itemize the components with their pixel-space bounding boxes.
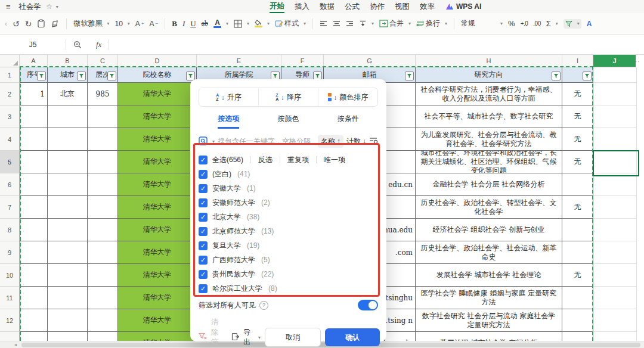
cell-H2[interactable]: 社会科学研究方法，消费者行为，幸福感、收入分配以及流动人口等方面	[416, 83, 562, 105]
cell-B12[interactable]	[48, 309, 88, 332]
filter-dropdown-button-I[interactable]	[583, 72, 592, 80]
autosum-button[interactable]: Σ▾	[546, 19, 558, 28]
column-header-C[interactable]: C	[88, 55, 118, 67]
cell-I9[interactable]	[562, 241, 593, 264]
row-header-3[interactable]: 3	[0, 105, 20, 128]
cell-D2[interactable]: 清华大学	[118, 83, 197, 105]
option-label[interactable]: 北京大学	[212, 212, 241, 222]
cell-I10[interactable]: 无	[562, 264, 593, 287]
font-size-select[interactable]: 10▾	[114, 20, 129, 28]
align-right-icon[interactable]	[346, 20, 354, 27]
fx-icon[interactable]: fx	[96, 40, 101, 49]
select-all-label[interactable]: 全选(656)	[212, 155, 243, 165]
cell-C5[interactable]	[88, 151, 118, 173]
cell-A2[interactable]: 1	[20, 83, 48, 105]
select-all-checkbox-checked[interactable]: ✓	[199, 156, 208, 164]
cell-D4[interactable]: 清华大学	[118, 128, 197, 151]
header-cell-B[interactable]: 城市	[48, 67, 88, 83]
cell-A10[interactable]	[20, 264, 48, 287]
uniques-link[interactable]: 唯一项	[324, 155, 345, 165]
cell-H5[interactable]: 城市社会学、环境社会学和政治社会学，长期关注城镇化、社区治理、环保组织、气候变化…	[416, 151, 562, 173]
option-checkbox-checked[interactable]: ✓	[199, 256, 208, 265]
cell-C11[interactable]	[88, 287, 118, 309]
cell-H9[interactable]: 历史社会学、政治社会学、社会运动、新革命史	[416, 241, 562, 264]
cell-I3[interactable]: 无	[562, 105, 593, 128]
header-cell-H[interactable]: 研究方向	[416, 67, 562, 83]
tab-home[interactable]: 开始	[270, 0, 284, 13]
title-chevron-down-icon[interactable]: ▾	[56, 4, 58, 10]
scroll-left-arrow-icon[interactable]: ◂	[14, 342, 17, 347]
option-label[interactable]: 复旦大学	[212, 241, 241, 251]
align-center-icon[interactable]	[333, 20, 340, 27]
filter-dropdown-button-G[interactable]	[405, 72, 414, 80]
cell-B8[interactable]	[48, 219, 88, 241]
option-checkbox-checked[interactable]: ✓	[199, 184, 208, 193]
row-header-9[interactable]: 9	[0, 241, 20, 264]
filter-dropdown-button-C[interactable]	[107, 72, 116, 80]
cell-C10[interactable]	[88, 264, 118, 287]
row-header-8[interactable]: 8	[0, 219, 20, 241]
redo-icon[interactable]: ↻	[25, 19, 32, 29]
option-label[interactable]: 北京师范大学	[212, 226, 255, 237]
tab-view[interactable]: 视图	[395, 0, 410, 13]
cell-C4[interactable]	[88, 128, 118, 151]
wrap-text-button[interactable]: 换行▾	[416, 18, 447, 29]
column-header-H[interactable]: H	[416, 55, 562, 67]
cell-B10[interactable]	[48, 264, 88, 287]
tab-wps-ai[interactable]: WPS AI	[445, 0, 481, 13]
row-header-5[interactable]: 5	[0, 151, 20, 173]
cell-I8[interactable]	[562, 219, 593, 241]
export-button[interactable]: 导出	[243, 327, 250, 347]
column-header-B[interactable]: B	[48, 55, 88, 67]
cell-I12[interactable]	[562, 309, 593, 332]
underline-button[interactable]: U	[190, 19, 196, 29]
cell-A9[interactable]	[20, 241, 48, 264]
column-header-D[interactable]: D	[118, 55, 197, 67]
cell-I5[interactable]: 无	[562, 151, 593, 173]
cell-I7[interactable]: 无	[562, 196, 593, 219]
cell-C2[interactable]: 985	[88, 83, 118, 105]
column-header-A[interactable]: A	[20, 55, 48, 67]
option-checkbox-checked[interactable]: ✓	[199, 227, 208, 236]
back-icon[interactable]: ‹	[5, 20, 7, 28]
cell-J10[interactable]	[593, 264, 637, 287]
filter-button-active[interactable]: ▾	[564, 19, 581, 29]
filter-dropdown-button-H[interactable]	[552, 72, 561, 80]
row-header-10[interactable]: 10	[0, 264, 20, 287]
search-scope-icon[interactable]: ▾	[199, 136, 215, 146]
cell-J7[interactable]	[593, 196, 637, 219]
sort-descending-button[interactable]: ZA↓ 降序	[258, 88, 318, 106]
vertical-align-button[interactable]: ▾	[359, 20, 374, 27]
filter-tab-by-condition[interactable]: 按条件	[318, 114, 378, 129]
bold-button[interactable]: B	[172, 19, 177, 29]
cell-B2[interactable]: 北京	[48, 83, 88, 105]
cell-J2[interactable]	[593, 83, 637, 105]
color-sort-button[interactable]: ↓ 颜色排序	[318, 88, 377, 106]
cell-J5[interactable]	[593, 151, 637, 173]
sort-button-partial[interactable]: A↓	[587, 20, 592, 28]
cell-A6[interactable]	[20, 173, 48, 196]
font-color-button[interactable]: A▾	[213, 20, 228, 28]
cell-B4[interactable]	[48, 128, 88, 151]
column-header-F[interactable]: F	[281, 55, 324, 67]
tab-formula[interactable]: 公式	[345, 0, 360, 13]
column-header-J[interactable]: J	[593, 55, 636, 67]
cell-A8[interactable]	[20, 219, 48, 241]
decrease-decimal-button[interactable]: .00	[533, 20, 540, 27]
sort-by-count-button[interactable]: 计数↓	[346, 136, 366, 147]
cell-J12[interactable]	[593, 309, 637, 332]
help-icon[interactable]: ?	[259, 301, 268, 310]
option-label[interactable]: 哈尔滨工业大学	[212, 284, 262, 294]
cell-I6[interactable]	[562, 173, 593, 196]
cell-A7[interactable]	[20, 196, 48, 219]
option-checkbox-checked[interactable]: ✓	[199, 270, 208, 279]
decrease-font-size-button[interactable]: A−	[150, 20, 159, 28]
cell-C3[interactable]	[88, 105, 118, 128]
export-chevron-icon[interactable]: ▾	[258, 335, 261, 340]
header-cell-C[interactable]: 层次	[88, 67, 118, 83]
cell-A4[interactable]	[20, 128, 48, 151]
row-header-2[interactable]: 2	[0, 83, 20, 105]
number-format-select[interactable]: 常规▾	[461, 18, 503, 29]
align-left-icon[interactable]	[320, 20, 327, 27]
cell-B11[interactable]	[48, 287, 88, 309]
